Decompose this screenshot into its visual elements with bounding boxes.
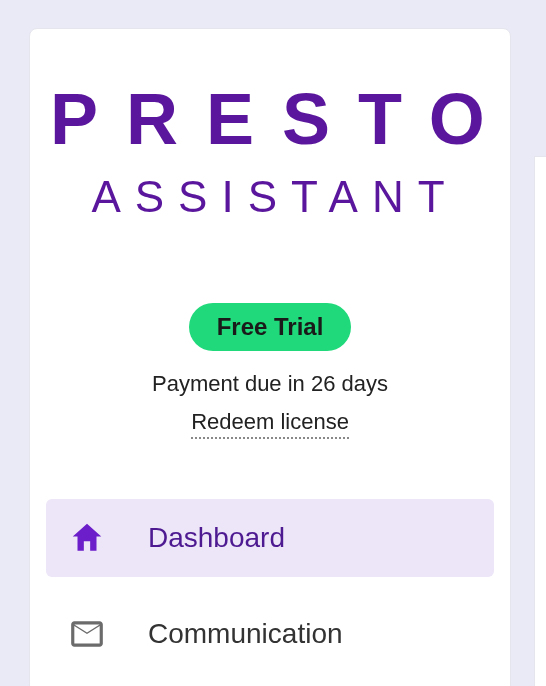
- adjacent-panel-edge: [534, 156, 546, 686]
- logo-line2: ASSISTANT: [40, 173, 510, 221]
- brand-logo: PRESTO ASSISTANT: [30, 53, 510, 231]
- payment-due-text: Payment due in 26 days: [30, 371, 510, 397]
- free-trial-badge[interactable]: Free Trial: [189, 303, 352, 351]
- trial-section: Free Trial Payment due in 26 days Redeem…: [30, 303, 510, 439]
- nav-item-communication[interactable]: Communication: [46, 595, 494, 673]
- nav-list: Dashboard Communication: [30, 499, 510, 673]
- sidebar: PRESTO ASSISTANT Free Trial Payment due …: [29, 28, 511, 686]
- mail-icon: [68, 615, 106, 653]
- home-icon: [68, 519, 106, 557]
- nav-item-label: Communication: [148, 618, 343, 650]
- logo-line1: PRESTO: [50, 83, 510, 155]
- nav-item-label: Dashboard: [148, 522, 285, 554]
- redeem-license-link[interactable]: Redeem license: [191, 409, 349, 439]
- nav-item-dashboard[interactable]: Dashboard: [46, 499, 494, 577]
